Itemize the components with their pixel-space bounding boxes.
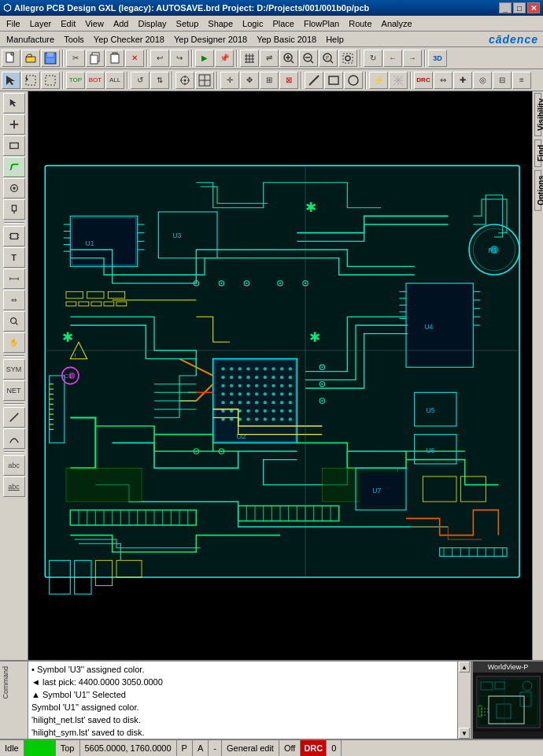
delete-button[interactable]: ✕ — [125, 50, 144, 67]
layer-all-button[interactable]: ALL — [105, 72, 124, 89]
minimap-view[interactable] — [473, 673, 543, 732]
menu-route[interactable]: Route — [344, 17, 376, 30]
lt-text[interactable]: T — [3, 247, 25, 268]
zoom-in-button[interactable] — [279, 50, 298, 67]
flip-button[interactable]: ⇅ — [150, 72, 169, 89]
drc-button[interactable]: DRC — [414, 72, 433, 89]
menu-flowplan[interactable]: FlowPlan — [299, 17, 344, 30]
lt-shape[interactable] — [3, 135, 25, 156]
lt-zoom[interactable] — [3, 311, 25, 332]
lt-pan[interactable]: ✋ — [3, 332, 25, 353]
new-button[interactable] — [2, 50, 20, 67]
zoom-out-button[interactable] — [299, 50, 318, 67]
zoom-area-button[interactable] — [338, 50, 357, 67]
menu-manufacture[interactable]: Manufacture — [2, 33, 59, 46]
menu-add[interactable]: Add — [109, 17, 134, 30]
move-button[interactable]: ✥ — [240, 72, 259, 89]
status-a-button[interactable]: A — [193, 740, 209, 756]
cut-button[interactable]: ✂ — [66, 50, 85, 67]
select-button[interactable] — [2, 72, 20, 89]
menu-layer[interactable]: Layer — [25, 17, 57, 30]
svg-point-168 — [255, 392, 258, 395]
status-drc[interactable]: DRC — [301, 740, 327, 756]
snap2-button[interactable] — [195, 72, 214, 89]
menu-yep-designer[interactable]: Yep Designer 2018 — [169, 33, 252, 46]
menu-logic[interactable]: Logic — [238, 17, 268, 30]
lt-line[interactable] — [3, 407, 25, 428]
3d-button[interactable]: 3D — [428, 50, 447, 67]
copy-button[interactable] — [86, 50, 105, 67]
forward-button[interactable]: → — [403, 50, 422, 67]
pcb-view[interactable]: U1 U3 ✱ ✱ ✱ — [28, 91, 532, 660]
lt-measure[interactable]: ⇔ — [3, 290, 25, 310]
menu-file[interactable]: File — [2, 17, 25, 30]
svg-text:U4: U4 — [424, 323, 433, 331]
add-line-button[interactable] — [305, 72, 323, 89]
menu-edit[interactable]: Edit — [56, 17, 80, 30]
lt-symbol[interactable]: SYM — [3, 359, 25, 380]
measure-button[interactable]: ⇔ — [434, 72, 452, 89]
lt-select[interactable] — [3, 93, 25, 113]
layer-top-button[interactable]: TOP — [66, 72, 85, 89]
add-rect-button[interactable] — [324, 72, 343, 89]
ratsnest-button[interactable] — [389, 72, 408, 89]
pin-button[interactable]: 📌 — [215, 50, 234, 67]
find-tab[interactable]: Find — [534, 139, 541, 167]
select-all-button[interactable] — [41, 72, 60, 89]
grid-button[interactable] — [240, 50, 259, 67]
back-button[interactable]: ← — [383, 50, 402, 67]
scroll-down-button[interactable]: ▼ — [459, 728, 470, 739]
save-button[interactable] — [41, 50, 60, 67]
connect-button[interactable]: ⚡ — [369, 72, 388, 89]
run-button[interactable]: ▶ — [195, 50, 214, 67]
refresh-button[interactable]: ↻ — [364, 50, 382, 67]
lt-net[interactable]: NET — [3, 380, 25, 401]
zoom-fit-button[interactable]: F — [319, 50, 338, 67]
minimize-button[interactable]: _ — [499, 2, 512, 13]
menu-view[interactable]: View — [80, 17, 109, 30]
prop-button[interactable]: ≡ — [512, 72, 531, 89]
menu-analyze[interactable]: Analyze — [377, 17, 417, 30]
lt-label[interactable]: abc — [3, 455, 25, 476]
visibility-tab[interactable]: Visibility — [534, 93, 541, 136]
redo-button[interactable]: ↪ — [170, 50, 189, 67]
add-circle-button[interactable] — [344, 72, 363, 89]
lt-via[interactable] — [3, 178, 25, 198]
console-scrollbar[interactable]: ▲ ▼ — [458, 662, 471, 739]
options-tab[interactable]: Options — [534, 170, 541, 211]
canvas-area[interactable]: U1 U3 ✱ ✱ ✱ — [28, 91, 532, 660]
lt-route[interactable] — [3, 157, 25, 177]
align-button[interactable]: ⊟ — [493, 72, 512, 89]
layer-bot-button[interactable]: BOT — [86, 72, 105, 89]
lt-component[interactable] — [3, 226, 25, 246]
menu-place[interactable]: Place — [268, 17, 299, 30]
delete2-button[interactable]: ⊠ — [279, 72, 298, 89]
status-p-button[interactable]: P — [177, 740, 193, 756]
cursor-button[interactable]: ✛ — [220, 72, 239, 89]
menu-help[interactable]: Help — [321, 33, 349, 46]
menu-shape[interactable]: Shape — [203, 17, 238, 30]
snap-button[interactable] — [175, 72, 194, 89]
paste-button[interactable] — [105, 50, 124, 67]
copy2-button[interactable]: ⊞ — [260, 72, 279, 89]
scroll-up-button[interactable]: ▲ — [459, 662, 470, 673]
lt-dimension[interactable] — [3, 269, 25, 289]
lt-pin[interactable] — [3, 199, 25, 220]
menu-yep-checker[interactable]: Yep Checker 2018 — [89, 33, 169, 46]
lt-add[interactable] — [3, 114, 25, 135]
lt-arc[interactable] — [3, 428, 25, 449]
open-button[interactable] — [21, 50, 40, 67]
menu-setup[interactable]: Setup — [172, 17, 204, 30]
menu-display[interactable]: Display — [133, 17, 171, 30]
undo-button[interactable]: ↩ — [150, 50, 169, 67]
mirror-button[interactable]: ⇌ — [260, 50, 279, 67]
cross-button[interactable]: ✚ — [453, 72, 472, 89]
rotate-button[interactable]: ↺ — [131, 72, 150, 89]
maximize-button[interactable]: □ — [513, 2, 526, 13]
snap3-button[interactable]: ◎ — [473, 72, 492, 89]
menu-tools[interactable]: Tools — [59, 33, 89, 46]
select-area-button[interactable] — [21, 72, 40, 89]
menu-yep-basic[interactable]: Yep Basic 2018 — [252, 33, 321, 46]
lt-note[interactable]: abc — [3, 476, 25, 497]
close-button[interactable]: ✕ — [527, 2, 540, 13]
